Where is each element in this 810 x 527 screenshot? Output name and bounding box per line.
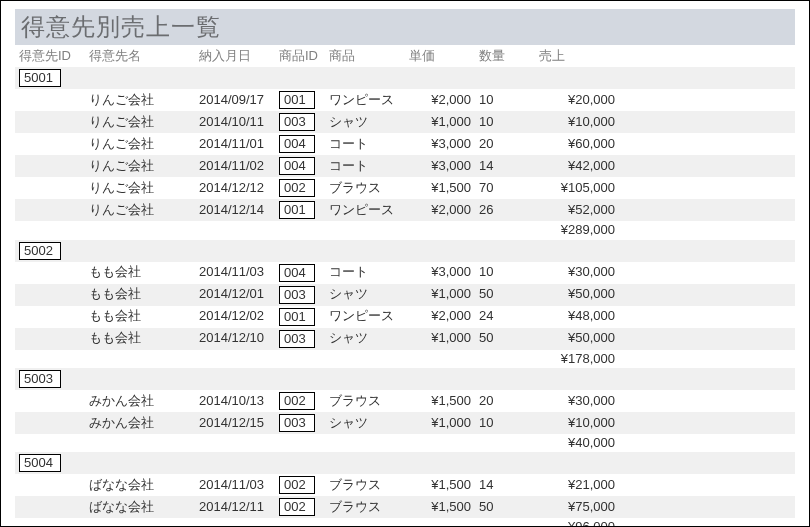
- product-id-cell: 002: [275, 390, 325, 412]
- sales: ¥10,000: [535, 111, 635, 133]
- product-name: ワンピース: [325, 89, 405, 111]
- sales: ¥75,000: [535, 496, 635, 518]
- quantity: 50: [475, 284, 535, 306]
- customer-name: りんご会社: [85, 133, 195, 155]
- col-unit-price: 単価: [405, 45, 475, 67]
- data-row: りんご会社2014/12/14001ワンピース¥2,00026¥52,000: [15, 199, 795, 221]
- product-id-box: 002: [279, 179, 315, 197]
- product-id-box: 001: [279, 308, 315, 326]
- data-row: ばなな会社2014/12/11002ブラウス¥1,50050¥75,000: [15, 496, 795, 518]
- customer-id-box: 5001: [19, 69, 61, 87]
- product-name: シャツ: [325, 328, 405, 350]
- subtotal: ¥289,000: [535, 221, 635, 239]
- product-id-box: 003: [279, 414, 315, 432]
- subtotal-row: ¥40,000: [15, 434, 795, 452]
- unit-price: ¥3,000: [405, 133, 475, 155]
- product-name: コート: [325, 155, 405, 177]
- quantity: 20: [475, 390, 535, 412]
- subtotal-row: ¥96,000: [15, 518, 795, 527]
- product-id-cell: 003: [275, 328, 325, 350]
- sales: ¥30,000: [535, 262, 635, 284]
- product-name: コート: [325, 262, 405, 284]
- product-id-cell: 003: [275, 284, 325, 306]
- customer-id-cell: 5003: [15, 368, 85, 390]
- delivery-date: 2014/12/15: [195, 412, 275, 434]
- product-id-cell: 001: [275, 306, 325, 328]
- customer-name: りんご会社: [85, 199, 195, 221]
- data-row: もも会社2014/11/03004コート¥3,00010¥30,000: [15, 262, 795, 284]
- col-product-id: 商品ID: [275, 45, 325, 67]
- quantity: 50: [475, 496, 535, 518]
- customer-id-cell: 5001: [15, 67, 85, 89]
- delivery-date: 2014/12/02: [195, 306, 275, 328]
- sales: ¥50,000: [535, 328, 635, 350]
- unit-price: ¥2,000: [405, 89, 475, 111]
- quantity: 70: [475, 177, 535, 199]
- data-row: りんご会社2014/10/11003シャツ¥1,00010¥10,000: [15, 111, 795, 133]
- product-id-box: 003: [279, 330, 315, 348]
- product-id-box: 002: [279, 392, 315, 410]
- delivery-date: 2014/11/03: [195, 474, 275, 496]
- customer-id-box: 5004: [19, 454, 61, 472]
- customer-name: もも会社: [85, 306, 195, 328]
- product-name: ブラウス: [325, 390, 405, 412]
- unit-price: ¥1,000: [405, 284, 475, 306]
- product-name: ワンピース: [325, 199, 405, 221]
- sales: ¥52,000: [535, 199, 635, 221]
- delivery-date: 2014/10/11: [195, 111, 275, 133]
- sales: ¥60,000: [535, 133, 635, 155]
- product-id-box: 002: [279, 476, 315, 494]
- product-id-cell: 001: [275, 199, 325, 221]
- customer-id-cell: 5002: [15, 240, 85, 262]
- product-name: シャツ: [325, 284, 405, 306]
- quantity: 14: [475, 474, 535, 496]
- delivery-date: 2014/12/14: [195, 199, 275, 221]
- data-row: りんご会社2014/09/17001ワンピース¥2,00010¥20,000: [15, 89, 795, 111]
- data-row: ばなな会社2014/11/03002ブラウス¥1,50014¥21,000: [15, 474, 795, 496]
- col-delivery-date: 納入月日: [195, 45, 275, 67]
- delivery-date: 2014/11/01: [195, 133, 275, 155]
- quantity: 24: [475, 306, 535, 328]
- product-id-box: 001: [279, 201, 315, 219]
- unit-price: ¥1,000: [405, 412, 475, 434]
- delivery-date: 2014/12/10: [195, 328, 275, 350]
- product-id-box: 003: [279, 286, 315, 304]
- product-name: ワンピース: [325, 306, 405, 328]
- product-id-cell: 002: [275, 474, 325, 496]
- quantity: 50: [475, 328, 535, 350]
- customer-name: ばなな会社: [85, 496, 195, 518]
- sales: ¥48,000: [535, 306, 635, 328]
- unit-price: ¥1,500: [405, 177, 475, 199]
- unit-price: ¥2,000: [405, 306, 475, 328]
- product-id-cell: 004: [275, 155, 325, 177]
- sales: ¥10,000: [535, 412, 635, 434]
- col-quantity: 数量: [475, 45, 535, 67]
- col-customer-name: 得意先名: [85, 45, 195, 67]
- product-id-box: 004: [279, 157, 315, 175]
- customer-name: みかん会社: [85, 412, 195, 434]
- unit-price: ¥1,000: [405, 111, 475, 133]
- quantity: 26: [475, 199, 535, 221]
- product-id-box: 002: [279, 498, 315, 516]
- col-product-name: 商品: [325, 45, 405, 67]
- data-row: みかん会社2014/12/15003シャツ¥1,00010¥10,000: [15, 412, 795, 434]
- customer-id-box: 5003: [19, 370, 61, 388]
- product-id-box: 001: [279, 91, 315, 109]
- customer-name: りんご会社: [85, 177, 195, 199]
- data-row: りんご会社2014/12/12002ブラウス¥1,50070¥105,000: [15, 177, 795, 199]
- product-id-box: 004: [279, 264, 315, 282]
- subtotal-row: ¥178,000: [15, 350, 795, 368]
- product-id-cell: 003: [275, 412, 325, 434]
- group-header-row: 5002: [15, 240, 795, 262]
- data-row: もも会社2014/12/01003シャツ¥1,00050¥50,000: [15, 284, 795, 306]
- subtotal: ¥40,000: [535, 434, 635, 452]
- delivery-date: 2014/12/12: [195, 177, 275, 199]
- quantity: 20: [475, 133, 535, 155]
- unit-price: ¥1,500: [405, 390, 475, 412]
- product-name: ブラウス: [325, 177, 405, 199]
- customer-name: みかん会社: [85, 390, 195, 412]
- unit-price: ¥3,000: [405, 262, 475, 284]
- product-id-cell: 003: [275, 111, 325, 133]
- customer-name: もも会社: [85, 262, 195, 284]
- product-id-cell: 002: [275, 496, 325, 518]
